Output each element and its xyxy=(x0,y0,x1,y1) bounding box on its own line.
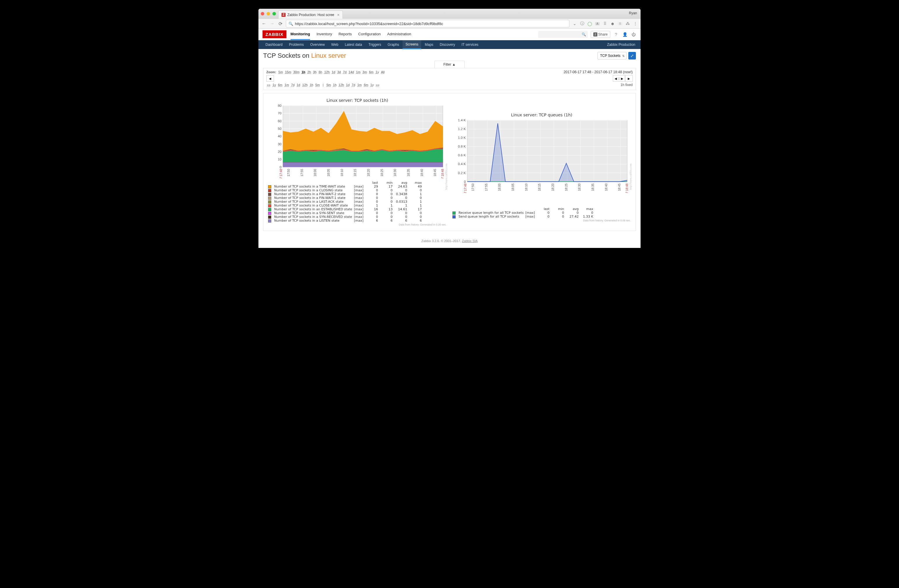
profile-name[interactable]: Ryan xyxy=(629,11,637,15)
host-link[interactable]: Linux server xyxy=(311,52,346,59)
share-button[interactable]: ZShare xyxy=(591,31,610,38)
close-tab-icon[interactable]: × xyxy=(337,12,340,17)
ext-face-icon[interactable]: ☻ xyxy=(610,21,615,26)
shift-left-1h[interactable]: 1h xyxy=(309,83,314,86)
scroll-left-button[interactable]: ◀ xyxy=(266,75,274,82)
filter-toggle[interactable]: Filter ▲ xyxy=(434,61,465,68)
shift-left-1m[interactable]: 1m xyxy=(284,83,289,86)
zoom-1y[interactable]: 1y xyxy=(375,70,380,74)
menu-reports[interactable]: Reports xyxy=(338,29,352,40)
shift-left-6m[interactable]: 6m xyxy=(277,83,283,86)
svg-text:06-17 17:48: 06-17 17:48 xyxy=(280,169,283,178)
graph-title: Linux server: TCP queues (1h) xyxy=(453,113,631,117)
svg-text:17:55: 17:55 xyxy=(300,169,304,176)
zoom-3m[interactable]: 3m xyxy=(362,70,368,74)
shift-right-6m[interactable]: 6m xyxy=(363,83,369,86)
footer-link[interactable]: Zabbix SIA xyxy=(462,239,478,243)
svg-text:10: 10 xyxy=(278,157,281,161)
user-icon[interactable]: 👤 xyxy=(622,31,628,37)
search-icon: 🔍 xyxy=(582,32,586,37)
adblock-icon[interactable]: ◯ xyxy=(587,21,592,26)
shift-right-»»[interactable]: »» xyxy=(375,83,380,86)
zoom-15m[interactable]: 15m xyxy=(284,70,292,74)
graph-tcp-sockets: Linux server: TCP sockets (1h) 010203040… xyxy=(268,98,446,226)
tcp-queues-chart[interactable]: 00.2 K0.4 K0.6 K0.8 K1.0 K1.2 K1.4 K17:5… xyxy=(453,119,631,193)
ext-dots-icon[interactable]: ⠿ xyxy=(602,21,607,26)
shift-right-1d[interactable]: 1d xyxy=(345,83,350,86)
shift-right-7d[interactable]: 7d xyxy=(351,83,356,86)
subnav-overview[interactable]: Overview xyxy=(307,40,327,49)
zoom-30m[interactable]: 30m xyxy=(293,70,300,74)
zoom-3d[interactable]: 3d xyxy=(337,70,341,74)
subnav-it-services[interactable]: IT services xyxy=(459,40,481,49)
zoom-12h[interactable]: 12h xyxy=(324,70,330,74)
shift-left-1y[interactable]: 1y xyxy=(272,83,276,86)
zoom-All[interactable]: All xyxy=(380,70,385,74)
fixed-label: 1h fixed xyxy=(621,83,633,87)
legend-row: Number of TCP sockets in a CLOSING state… xyxy=(268,188,423,192)
subnav-latest-data[interactable]: Latest data xyxy=(342,40,365,49)
shift-right-1m[interactable]: 1m xyxy=(357,83,362,86)
scroll-bar-button[interactable]: ◀ ::: ▶ xyxy=(613,75,625,82)
tcp-sockets-chart[interactable]: 0102030405060708017:5017:5518:0018:0518:… xyxy=(268,104,446,178)
shift-left-7d[interactable]: 7d xyxy=(290,83,295,86)
menu-monitoring[interactable]: Monitoring xyxy=(290,29,310,40)
menu-configuration[interactable]: Configuration xyxy=(358,29,381,40)
screen-select[interactable]: TCP Sockets xyxy=(598,52,627,60)
pocket-icon[interactable]: ⌄ xyxy=(572,21,577,26)
subnav-maps[interactable]: Maps xyxy=(422,40,436,49)
subnav-problems[interactable]: Problems xyxy=(286,40,307,49)
zoom-3h[interactable]: 3h xyxy=(312,70,317,74)
ext-cluster-icon[interactable]: ⁂ xyxy=(626,21,630,26)
zabbix-logo[interactable]: ZABBIX xyxy=(263,30,286,38)
shift-right-12h[interactable]: 12h xyxy=(338,83,344,86)
shift-right-1h[interactable]: 1h xyxy=(332,83,337,86)
fullscreen-button[interactable]: ⤢ xyxy=(628,52,636,60)
minimize-window-button[interactable] xyxy=(267,12,270,15)
info-icon[interactable]: ⓘ xyxy=(580,21,585,26)
svg-text:18:00: 18:00 xyxy=(314,169,317,176)
zoom-2h[interactable]: 2h xyxy=(307,70,312,74)
menu-administration[interactable]: Administration xyxy=(387,29,411,40)
forward-button[interactable]: → xyxy=(270,21,275,26)
shift-left-««[interactable]: «« xyxy=(266,83,271,86)
zoom-5m[interactable]: 5m xyxy=(278,70,284,74)
subnav-web[interactable]: Web xyxy=(328,40,341,49)
subnav-screens[interactable]: Screens xyxy=(403,40,421,49)
subnav-discovery[interactable]: Discovery xyxy=(437,40,458,49)
close-window-button[interactable] xyxy=(261,12,264,15)
zoom-1m[interactable]: 1m xyxy=(355,70,361,74)
shift-right-1y[interactable]: 1y xyxy=(370,83,375,86)
address-bar[interactable]: 🔍 https://zabbix.local/host_screen.php?h… xyxy=(286,20,569,28)
shift-left-1d[interactable]: 1d xyxy=(296,83,301,86)
svg-text:17:55: 17:55 xyxy=(485,184,488,191)
browser-tab[interactable]: Z Zabbix Production: Host scree × xyxy=(278,11,343,19)
zoom-6h[interactable]: 6h xyxy=(318,70,323,74)
subnav-graphs[interactable]: Graphs xyxy=(385,40,402,49)
zoom-6m[interactable]: 6m xyxy=(368,70,374,74)
search-input[interactable]: 🔍 xyxy=(538,31,588,38)
shift-right-5m[interactable]: 5m xyxy=(326,83,331,86)
chrome-menu-icon[interactable]: ⋮ xyxy=(633,21,638,26)
shift-left-5m[interactable]: 5m xyxy=(315,83,320,86)
zoom-14d[interactable]: 14d xyxy=(348,70,354,74)
help-button[interactable]: ? xyxy=(613,31,619,37)
back-button[interactable]: ← xyxy=(261,21,267,26)
svg-text:1.4 K: 1.4 K xyxy=(458,119,466,122)
subnav-triggers[interactable]: Triggers xyxy=(366,40,384,49)
subnav-dashboard[interactable]: Dashboard xyxy=(263,40,286,49)
zoom-1d[interactable]: 1d xyxy=(331,70,336,74)
menu-inventory[interactable]: Inventory xyxy=(317,29,332,40)
zoom-1h[interactable]: 1h xyxy=(301,70,306,74)
ext-a-icon[interactable]: A xyxy=(595,22,600,25)
scroll-right-button[interactable]: ▶ xyxy=(625,75,633,82)
ext-b-icon[interactable]: B xyxy=(618,22,623,25)
svg-text:0.4 K: 0.4 K xyxy=(458,162,466,166)
zoom-7d[interactable]: 7d xyxy=(343,70,347,74)
logout-icon[interactable]: ⏻ xyxy=(631,31,636,37)
zoom-window-button[interactable] xyxy=(272,12,276,15)
tab-title: Zabbix Production: Host scree xyxy=(287,13,334,17)
reload-button[interactable]: ⟳ xyxy=(278,21,283,26)
shift-left-12h[interactable]: 12h xyxy=(301,83,308,86)
svg-text:06-17 18:48: 06-17 18:48 xyxy=(441,169,444,178)
